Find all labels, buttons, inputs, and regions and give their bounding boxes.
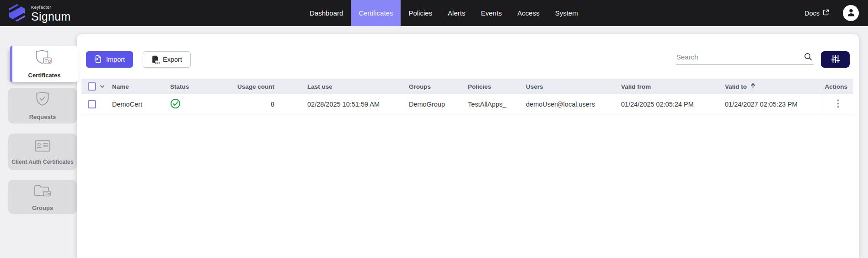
column-header-groups[interactable]: Groups — [402, 83, 461, 90]
person-icon — [846, 7, 857, 20]
sort-ascending-icon — [750, 82, 756, 91]
search-input[interactable] — [676, 49, 800, 64]
nav-item-alerts[interactable]: Alerts — [440, 0, 473, 26]
sidebar-item-client-auth-certificates[interactable]: Client Auth Certificates — [8, 134, 77, 170]
sidebar-item-requests[interactable]: Requests — [8, 88, 77, 124]
import-button[interactable]: Import — [86, 51, 133, 68]
import-button-label: Import — [106, 56, 125, 63]
docs-link[interactable]: Docs — [804, 0, 829, 26]
nav-item-certificates[interactable]: Certificates — [351, 0, 401, 26]
keyfactor-logo-icon — [7, 3, 27, 24]
column-header-status[interactable]: Status — [164, 83, 228, 90]
row-actions-button[interactable] — [822, 94, 853, 114]
cell-policies: TestAllApps_ — [461, 101, 520, 108]
cell-users: demoUser@local.users — [520, 101, 615, 108]
sidebar-item-label: Groups — [32, 204, 53, 211]
import-icon — [94, 55, 102, 64]
table-row[interactable]: DemoCert 8 02/28/2025 10:51:59 AM DemoGr… — [81, 94, 853, 114]
column-header-name[interactable]: Name — [109, 83, 164, 90]
app-logo[interactable]: Keyfactor Signum — [7, 3, 71, 24]
chevron-down-icon[interactable] — [99, 83, 105, 90]
export-format-label: csv — [155, 61, 160, 64]
cell-last-use: 02/28/2025 10:51:59 AM — [301, 101, 402, 108]
row-checkbox[interactable] — [88, 100, 96, 108]
status-valid-icon — [170, 98, 181, 110]
docs-link-label: Docs — [804, 10, 820, 17]
search-field — [676, 49, 814, 65]
column-header-actions: Actions — [822, 83, 853, 90]
export-button-label: Export — [163, 56, 182, 63]
select-all-checkbox[interactable] — [88, 82, 96, 91]
sidebar-item-label: Requests — [29, 113, 56, 120]
top-navbar: Keyfactor Signum Dashboard Certificates … — [0, 0, 868, 26]
nav-item-dashboard[interactable]: Dashboard — [302, 0, 351, 26]
external-link-icon — [823, 9, 829, 17]
shield-check-icon — [34, 91, 51, 109]
column-header-policies[interactable]: Policies — [461, 83, 520, 90]
column-header-valid-to[interactable]: Valid to — [725, 82, 756, 91]
filter-button[interactable] — [821, 51, 850, 68]
column-header-last-use[interactable]: Last use — [301, 83, 402, 90]
sidebar-item-label: Certificates — [28, 72, 61, 79]
cell-groups: DemoGroup — [402, 101, 461, 108]
folder-certificate-icon — [33, 183, 52, 200]
id-card-icon — [34, 139, 51, 155]
certificates-panel: Import csv Export — [77, 34, 859, 258]
certificates-table: Name Status Usage count Last use Groups … — [81, 79, 853, 114]
cell-valid-from: 01/24/2025 02:05:24 PM — [615, 101, 718, 108]
brand-app-name: Signum — [31, 11, 71, 22]
nav-item-events[interactable]: Events — [473, 0, 509, 26]
column-header-usage-count[interactable]: Usage count — [228, 83, 301, 90]
sidebar-item-groups[interactable]: Groups — [8, 180, 77, 214]
column-header-valid-from[interactable]: Valid from — [615, 83, 718, 90]
column-header-users[interactable]: Users — [520, 83, 615, 90]
nav-item-policies[interactable]: Policies — [401, 0, 440, 26]
cell-usage-count: 8 — [228, 101, 301, 108]
export-button[interactable]: csv Export — [143, 51, 191, 68]
main-nav: Dashboard Certificates Policies Alerts E… — [302, 0, 586, 26]
filter-sliders-icon — [831, 54, 840, 65]
shield-certificate-icon — [35, 49, 54, 68]
cell-valid-to: 01/24/2027 02:05:23 PM — [718, 101, 822, 108]
nav-item-system[interactable]: System — [547, 0, 586, 26]
nav-item-access[interactable]: Access — [509, 0, 547, 26]
search-icon[interactable] — [804, 52, 813, 63]
sidebar-item-label: Client Auth Certificates — [11, 159, 74, 165]
cell-status — [164, 98, 228, 110]
kebab-menu-icon — [837, 99, 839, 109]
export-csv-icon: csv — [151, 55, 159, 64]
sidebar-item-certificates[interactable]: Certificates — [10, 46, 79, 82]
user-avatar[interactable] — [843, 5, 859, 21]
table-header-row: Name Status Usage count Last use Groups … — [81, 79, 853, 94]
cell-name: DemoCert — [109, 101, 164, 108]
brand-product-name: Keyfactor — [31, 5, 71, 10]
